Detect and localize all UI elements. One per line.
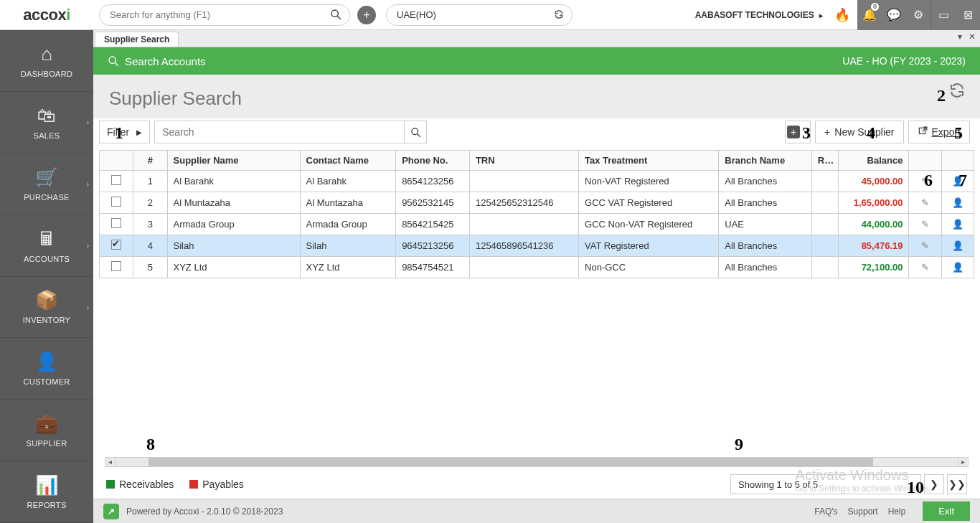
quick-add-button[interactable]: + [357, 6, 376, 24]
cell-branch: All Branches [719, 192, 812, 214]
topbar: accoxi + AABASOFT TECHNOLOGIES ▸ 🔥 🔔8 💬 … [0, 0, 980, 30]
table-row[interactable]: 3Armada GroupArmada Group8564215425GCC N… [100, 214, 974, 235]
edit-icon[interactable]: ✎ [909, 235, 941, 257]
pager-next-button[interactable]: ❯ [924, 474, 944, 494]
col-balance[interactable]: Balance [838, 151, 909, 171]
col-phone[interactable]: Phone No. [396, 151, 470, 171]
cell-route [811, 235, 838, 257]
tab-supplier-search[interactable]: Supplier Search [95, 32, 179, 47]
table-area: # Supplier Name Contact Name Phone No. T… [93, 150, 980, 499]
profile-icon[interactable]: 👤 [941, 257, 974, 278]
sync-icon[interactable] [554, 9, 564, 22]
tab-menu-icon[interactable]: ▾ [958, 32, 962, 42]
sidebar-item-label: REPORTS [27, 501, 66, 509]
scroll-thumb[interactable] [149, 458, 873, 466]
search-icon[interactable] [330, 9, 341, 23]
cell-supplier-name: Armada Group [167, 214, 300, 235]
edit-icon[interactable]: ✎ [909, 171, 941, 192]
plus-icon: + [787, 126, 800, 138]
row-checkbox[interactable] [111, 218, 121, 228]
edit-icon[interactable]: ✎ [909, 214, 941, 235]
org-selector[interactable] [386, 4, 573, 26]
row-checkbox[interactable] [111, 261, 121, 271]
hot-icon[interactable]: 🔥 [834, 7, 850, 23]
scroll-right-icon[interactable]: ▸ [958, 458, 968, 466]
filter-button[interactable]: Filter ▶ [99, 121, 150, 143]
table-row[interactable]: 4SilahSilah9645213256125465896541236VAT … [100, 235, 974, 257]
cell-contact-name: Al Barahk [300, 171, 396, 192]
footer-help-link[interactable]: Help [888, 506, 906, 517]
col-checkbox[interactable] [100, 151, 133, 171]
export-button[interactable]: Export [908, 121, 970, 143]
profile-icon[interactable]: 👤 [941, 171, 974, 192]
table-row[interactable]: 1Al BarahkAl Barahk8654123256Non-VAT Reg… [100, 171, 974, 192]
col-tax-treatment[interactable]: Tax Treatment [579, 151, 719, 171]
col-trn[interactable]: TRN [469, 151, 578, 171]
chevron-right-icon: › [87, 303, 89, 311]
row-checkbox[interactable] [111, 175, 121, 185]
sidebar-item-reports[interactable]: 📊 REPORTS [0, 461, 93, 523]
profile-icon[interactable]: 👤 [941, 192, 974, 214]
svg-line-3 [115, 62, 118, 66]
edit-icon[interactable]: ✎ [909, 192, 941, 214]
col-branch[interactable]: Branch Name [719, 151, 812, 171]
refresh-icon[interactable] [948, 82, 966, 103]
table-search-button[interactable] [404, 121, 427, 143]
pager-last-button[interactable]: ❯❯ [947, 474, 967, 494]
export-label: Export [932, 126, 961, 138]
col-contact-name[interactable]: Contact Name [300, 151, 396, 171]
col-route[interactable]: Rout [811, 151, 838, 171]
bell-icon[interactable]: 🔔8 [857, 0, 882, 30]
exit-button[interactable]: Exit [923, 501, 970, 521]
close-icon[interactable]: ⊠ [956, 0, 980, 30]
gear-icon[interactable]: ⚙ [906, 0, 930, 30]
sidebar-item-dashboard[interactable]: ⌂ DASHBOARD [0, 30, 93, 92]
minimize-icon[interactable]: ▭ [931, 0, 956, 30]
svg-line-1 [337, 16, 341, 19]
chevron-right-icon: ▸ [819, 11, 823, 19]
page-header: Supplier Search [93, 75, 980, 118]
svg-line-5 [417, 133, 420, 136]
sidebar-item-supplier[interactable]: 💼 SUPPLIER [0, 400, 93, 461]
cell-trn: 125465896541236 [469, 235, 578, 257]
profile-icon[interactable]: 👤 [941, 214, 974, 235]
context-period: UAE - HO (FY 2023 - 2023) [842, 55, 966, 67]
cell-index: 5 [133, 257, 167, 278]
filter-label: Filter [107, 126, 129, 138]
table-search-input[interactable] [154, 121, 404, 143]
tab-close-icon[interactable]: ✕ [969, 32, 976, 42]
chart-icon: 📊 [35, 474, 58, 496]
sidebar: ⌂ DASHBOARD 🛍 SALES › 🛒 PURCHASE › 🖩 ACC… [0, 30, 93, 523]
edit-icon[interactable]: ✎ [909, 257, 941, 278]
table-row[interactable]: 5XYZ LtdXYZ Ltd9854754521Non-GCCAll Bran… [100, 257, 974, 278]
sidebar-item-customer[interactable]: 👤 CUSTOMER [0, 338, 93, 400]
footer-faq-link[interactable]: FAQ's [814, 506, 837, 517]
sidebar-item-purchase[interactable]: 🛒 PURCHASE › [0, 154, 93, 215]
company-menu[interactable]: AABASOFT TECHNOLOGIES ▸ [695, 10, 823, 20]
cell-route [811, 171, 838, 192]
horizontal-scrollbar[interactable]: ◂ ▸ [105, 457, 969, 467]
profile-icon[interactable]: 👤 [941, 235, 974, 257]
global-search-input[interactable] [99, 4, 350, 26]
cell-contact-name: Al Muntazaha [300, 192, 396, 214]
scroll-left-icon[interactable]: ◂ [105, 458, 116, 466]
row-checkbox[interactable] [111, 197, 121, 207]
chevron-right-icon: › [87, 242, 89, 250]
sidebar-item-accounts[interactable]: 🖩 ACCOUNTS › [0, 215, 93, 277]
new-supplier-button[interactable]: + New Supplier [815, 121, 903, 143]
cell-tax: Non-GCC [579, 257, 719, 278]
add-menu-button[interactable]: + ▼ [785, 121, 811, 143]
sidebar-item-label: INVENTORY [23, 316, 70, 324]
cell-trn [469, 214, 578, 235]
row-checkbox[interactable] [111, 240, 121, 250]
cell-supplier-name: Al Barahk [167, 171, 300, 192]
chat-icon[interactable]: 💬 [882, 0, 906, 30]
footer-support-link[interactable]: Support [848, 506, 878, 517]
cell-index: 2 [133, 192, 167, 214]
col-supplier-name[interactable]: Supplier Name [167, 151, 300, 171]
cell-route [811, 192, 838, 214]
sidebar-item-inventory[interactable]: 📦 INVENTORY › [0, 277, 93, 339]
sidebar-item-sales[interactable]: 🛍 SALES › [0, 92, 93, 154]
col-index[interactable]: # [133, 151, 167, 171]
table-row[interactable]: 2Al MuntazahaAl Muntazaha956253214512542… [100, 192, 974, 214]
